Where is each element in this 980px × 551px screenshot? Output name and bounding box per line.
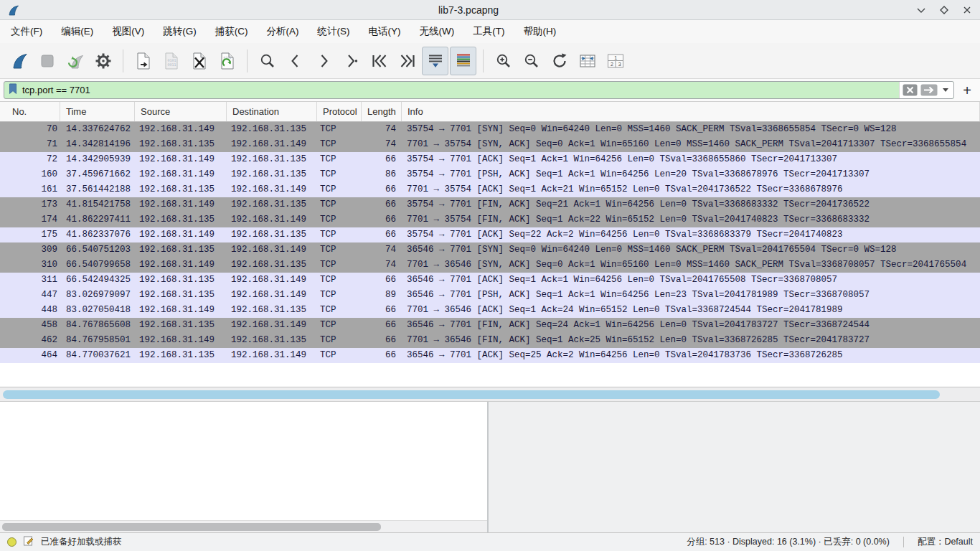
cell-time: 66.540799658 (60, 258, 135, 273)
expert-info-icon[interactable] (7, 537, 17, 547)
status-bar: 已准备好加载或捕获 分组: 513 · Displayed: 16 (3.1%)… (0, 532, 980, 551)
cell-destination: 192.168.31.149 (227, 242, 317, 258)
cell-length: 66 (362, 182, 402, 197)
menu-view[interactable]: 视图(V) (103, 20, 154, 43)
capture-options-icon (94, 52, 113, 70)
cell-no: 458 (0, 318, 60, 333)
packet-row-448[interactable]: 44883.027050418192.168.31.149192.168.31.… (0, 303, 980, 318)
packet-row-70[interactable]: 7014.337624762192.168.31.149192.168.31.1… (0, 122, 980, 137)
cell-protocol: TCP (317, 167, 362, 182)
packet-row-72[interactable]: 7214.342905939192.168.31.149192.168.31.1… (0, 152, 980, 167)
capture-comment-icon[interactable] (23, 535, 34, 549)
menu-tools[interactable]: 工具(T) (463, 20, 514, 43)
filter-bookmark-icon[interactable] (9, 83, 17, 98)
zoom-reset-button[interactable] (546, 47, 573, 75)
first-packet-button[interactable] (366, 47, 392, 75)
column-header-time[interactable]: Time (60, 102, 135, 121)
packet-row-309[interactable]: 30966.540751203192.168.31.135192.168.31.… (0, 242, 980, 258)
packet-row-447[interactable]: 44783.026979097192.168.31.135192.168.31.… (0, 288, 980, 303)
menu-help[interactable]: 帮助(H) (514, 20, 565, 43)
cell-time: 41.862297411 (60, 212, 135, 227)
resize-columns-button[interactable] (574, 47, 600, 75)
cell-length: 74 (362, 242, 402, 258)
cell-info: 35754 → 7701 [PSH, ACK] Seq=1 Ack=1 Win=… (402, 167, 980, 182)
cell-destination: 192.168.31.149 (227, 288, 317, 303)
packet-list-hscrollbar[interactable] (0, 387, 980, 402)
zoom-in-button[interactable] (490, 47, 517, 75)
stop-capture-icon (38, 52, 57, 70)
cell-source: 192.168.31.135 (135, 288, 227, 303)
column-header-destination[interactable]: Destination (227, 102, 317, 121)
packet-row-310[interactable]: 31066.540799658192.168.31.149192.168.31.… (0, 258, 980, 273)
display-filter-input[interactable]: tcp.port == 7701 (4, 81, 954, 99)
cell-no: 173 (0, 197, 60, 212)
auto-scroll-button[interactable] (422, 47, 448, 75)
colorize-button[interactable] (450, 47, 476, 75)
filter-history-dropdown-icon[interactable] (943, 88, 948, 92)
maximize-button[interactable] (938, 4, 950, 16)
menu-analyze[interactable]: 分析(A) (258, 20, 308, 43)
filter-text-area[interactable]: tcp.port == 7701 (4, 82, 899, 98)
cell-destination: 192.168.31.135 (227, 152, 317, 167)
cell-no: 464 (0, 348, 60, 363)
packet-counts-text: 分组: 513 · Displayed: 16 (3.1%) · 已丢弃: 0 … (687, 536, 890, 548)
packet-list-hscrollbar-thumb[interactable] (3, 390, 940, 399)
reload-file-button[interactable]: 0101 (214, 47, 240, 75)
layout-chooser-button[interactable]: 123 (602, 47, 628, 75)
previous-packet-button[interactable] (282, 47, 308, 75)
menu-capture[interactable]: 捕获(C) (206, 20, 258, 43)
packet-row-160[interactable]: 16037.459671662192.168.31.149192.168.31.… (0, 167, 980, 182)
zoom-out-button[interactable] (518, 47, 545, 75)
close-file-button[interactable] (186, 47, 212, 75)
cell-destination: 192.168.31.149 (227, 273, 317, 288)
packet-row-174[interactable]: 17441.862297411192.168.31.135192.168.31.… (0, 212, 980, 227)
column-header-length[interactable]: Length (362, 102, 402, 121)
column-header-source[interactable]: Source (135, 102, 227, 121)
cell-info: 36546 → 7701 [ACK] Seq=25 Ack=2 Win=6425… (402, 348, 980, 363)
find-packet-button[interactable] (254, 47, 281, 75)
cell-protocol: TCP (317, 182, 362, 197)
cell-info: 7701 → 36546 [FIN, ACK] Seq=1 Ack=25 Win… (402, 333, 980, 348)
menu-statistics[interactable]: 统计(S) (308, 20, 359, 43)
start-capture-button[interactable] (6, 47, 32, 75)
packet-row-311[interactable]: 31166.542494325192.168.31.135192.168.31.… (0, 273, 980, 288)
packet-details-hscrollbar[interactable] (0, 520, 487, 532)
filter-clear-icon[interactable] (903, 84, 918, 96)
column-header-no[interactable]: No. (0, 102, 60, 121)
cell-no: 161 (0, 182, 60, 197)
next-packet-button[interactable] (310, 47, 336, 75)
resize-columns-icon (578, 52, 597, 70)
cell-protocol: TCP (317, 303, 362, 318)
open-file-button[interactable] (130, 47, 156, 75)
filter-add-button[interactable]: + (958, 81, 976, 100)
close-button[interactable] (961, 4, 973, 16)
menu-wireless[interactable]: 无线(W) (410, 20, 464, 43)
packet-row-462[interactable]: 46284.767958501192.168.31.149192.168.31.… (0, 333, 980, 348)
menu-edit[interactable]: 编辑(E) (52, 20, 103, 43)
last-packet-button[interactable] (394, 47, 420, 75)
column-header-info[interactable]: Info (402, 102, 980, 121)
packet-row-71[interactable]: 7114.342814196192.168.31.135192.168.31.1… (0, 137, 980, 152)
menu-go[interactable]: 跳转(G) (154, 20, 206, 43)
filter-expression[interactable]: tcp.port == 7701 (22, 85, 90, 95)
cell-source: 192.168.31.135 (135, 273, 227, 288)
packet-list: 7014.337624762192.168.31.149192.168.31.1… (0, 122, 980, 363)
packet-row-175[interactable]: 17541.862337076192.168.31.149192.168.31.… (0, 227, 980, 242)
cell-source: 192.168.31.149 (135, 197, 227, 212)
cell-time: 14.342905939 (60, 152, 135, 167)
minimize-button[interactable] (915, 4, 927, 16)
go-to-packet-button[interactable] (338, 47, 364, 75)
cell-time: 84.767865608 (60, 318, 135, 333)
packet-row-173[interactable]: 17341.815421758192.168.31.149192.168.31.… (0, 197, 980, 212)
menu-telephony[interactable]: 电话(Y) (359, 20, 410, 43)
profile-text[interactable]: 配置：Default (918, 536, 973, 548)
packet-details-hscrollbar-thumb[interactable] (2, 523, 381, 531)
packet-row-458[interactable]: 45884.767865608192.168.31.135192.168.31.… (0, 318, 980, 333)
filter-apply-icon[interactable] (920, 84, 938, 96)
column-header-protocol[interactable]: Protocol (317, 102, 362, 121)
packet-row-464[interactable]: 46484.770037621192.168.31.135192.168.31.… (0, 348, 980, 363)
capture-options-button[interactable] (90, 47, 116, 75)
packet-row-161[interactable]: 16137.561442188192.168.31.135192.168.31.… (0, 182, 980, 197)
menu-file[interactable]: 文件(F) (1, 20, 52, 43)
cell-info: 7701 → 35754 [ACK] Seq=1 Ack=21 Win=6515… (402, 182, 980, 197)
